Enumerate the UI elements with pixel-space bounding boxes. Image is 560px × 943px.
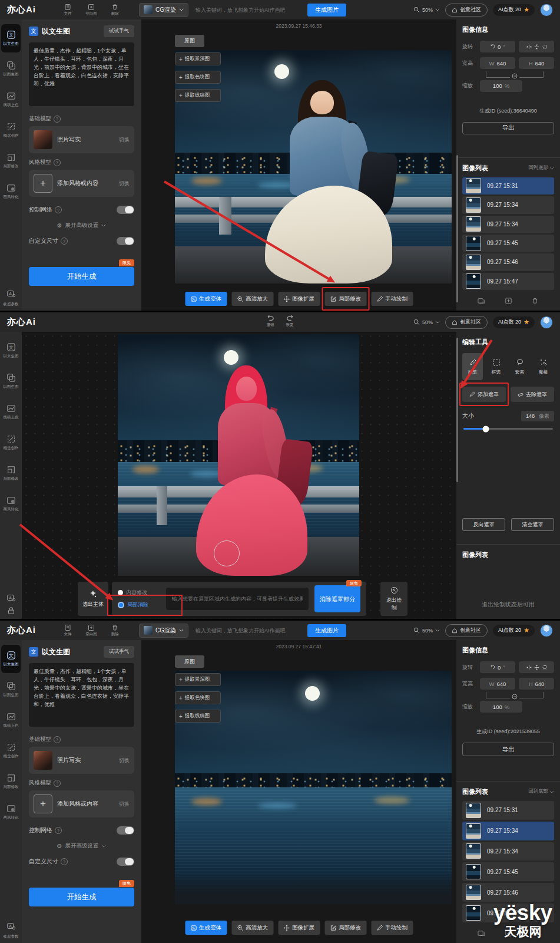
- switch-model-button[interactable]: 切换: [119, 136, 130, 144]
- delete-button[interactable]: 删除: [106, 624, 124, 637]
- list-item[interactable]: 09.27 15:34: [462, 216, 554, 233]
- list-item[interactable]: 09.27 15:45: [462, 862, 554, 881]
- export-button[interactable]: 导出: [462, 743, 554, 756]
- width-input[interactable]: W 640: [480, 678, 515, 690]
- zoom-control[interactable]: 50%: [413, 319, 440, 325]
- generate-variant-button[interactable]: 生成变体: [185, 292, 227, 306]
- sidebar-item-lineart-color[interactable]: 线稿上色: [1, 398, 21, 426]
- community-button[interactable]: 创意社区: [445, 4, 488, 17]
- mask-prompt-input[interactable]: [166, 588, 309, 610]
- scale-input[interactable]: 100 %: [480, 701, 522, 713]
- credits-badge[interactable]: AI点数 20 ★: [493, 625, 535, 637]
- switch-style-button[interactable]: 切换: [119, 800, 130, 808]
- flip-buttons[interactable]: [519, 661, 554, 673]
- sidebar-item-img2img[interactable]: 以图生图: [1, 55, 21, 83]
- blank-canvas-button[interactable]: 空白图: [82, 624, 100, 637]
- zoom-control[interactable]: 50%: [413, 627, 440, 634]
- community-button[interactable]: 创意社区: [445, 624, 488, 637]
- radio-local-erase[interactable]: 局部消除: [118, 601, 160, 609]
- compare-images-icon[interactable]: [478, 929, 485, 937]
- avatar[interactable]: [540, 4, 553, 17]
- list-item[interactable]: 09.27 15:31: [462, 801, 554, 820]
- scale-input[interactable]: 100 %: [480, 80, 522, 92]
- advanced-settings[interactable]: ⚙ 展开高级设置: [29, 222, 134, 229]
- add-mask-button[interactable]: 添加遮罩: [462, 387, 506, 402]
- start-generate-button[interactable]: 开始生成: [29, 888, 134, 906]
- custom-size-toggle[interactable]: [117, 237, 134, 245]
- generate-variant-button[interactable]: 生成变体: [185, 921, 227, 935]
- lasso-tool[interactable]: 套索: [509, 353, 530, 380]
- sidebar-item-inpaint[interactable]: 局部修改: [1, 459, 21, 487]
- extract-line-button[interactable]: +提取线稿图: [175, 710, 221, 723]
- sidebar-item-text2img[interactable]: 文 以文生图: [1, 24, 21, 52]
- help-icon[interactable]: ?: [54, 159, 61, 166]
- brush-size-slider[interactable]: [463, 428, 553, 430]
- advanced-settings[interactable]: ⚙ 展开高级设置: [29, 842, 134, 850]
- list-item[interactable]: 09.27 15:34: [462, 822, 554, 840]
- manual-draw-button[interactable]: 手动绘制: [371, 921, 413, 935]
- delete-button[interactable]: 删除: [106, 4, 124, 17]
- select-subject-button[interactable]: 选出主体: [78, 582, 108, 616]
- extract-line-button[interactable]: +提取线稿图: [175, 89, 221, 102]
- list-item[interactable]: 09.27 15:46: [462, 883, 554, 902]
- remove-mask-button[interactable]: 去除遮罩: [511, 387, 554, 402]
- exit-draw-button[interactable]: 退出绘制: [380, 582, 407, 616]
- height-input[interactable]: H 640: [519, 57, 554, 69]
- sidebar-item-lineart-color[interactable]: 线稿上色: [1, 706, 21, 734]
- sidebar-item-style-transfer[interactable]: 画风转化: [1, 490, 21, 518]
- list-item[interactable]: 09.27 15:46: [462, 253, 554, 271]
- keyword-input[interactable]: [194, 624, 301, 638]
- generate-image-button[interactable]: 生成图片: [307, 4, 346, 17]
- scrollbar[interactable]: [456, 155, 458, 302]
- image-expand-button[interactable]: 图像扩展: [278, 921, 320, 935]
- manual-draw-button[interactable]: 手动绘制: [371, 292, 413, 306]
- model-dropdown[interactable]: CG渲染: [139, 624, 188, 638]
- extract-depth-button[interactable]: +提取景深图: [175, 52, 221, 65]
- sidebar-item-inpaint[interactable]: 局部修改: [1, 767, 21, 796]
- export-button[interactable]: 导出: [462, 122, 554, 134]
- switch-style-button[interactable]: 切换: [119, 180, 130, 187]
- redo-button[interactable]: 恢复: [286, 314, 294, 328]
- sidebar-item-concept[interactable]: 概念创作: [1, 737, 21, 765]
- help-icon[interactable]: ?: [54, 736, 61, 743]
- sidebar-collapse[interactable]: A 收起参数: [4, 289, 19, 307]
- compare-images-icon[interactable]: [478, 297, 485, 305]
- extract-color-button[interactable]: +提取色块图: [175, 691, 221, 704]
- brush-cursor[interactable]: [214, 540, 240, 566]
- image-expand-button[interactable]: 图像扩展: [278, 292, 320, 306]
- inpaint-button[interactable]: 局部修改: [324, 921, 366, 935]
- file-button[interactable]: 文件: [59, 624, 77, 637]
- credits-badge[interactable]: AI点数 20 ★: [493, 316, 535, 328]
- sidebar-item-style-transfer[interactable]: 画风转化: [1, 798, 21, 826]
- style-model-card[interactable]: + 添加风格或内容 切换: [29, 170, 134, 197]
- help-icon[interactable]: ?: [55, 206, 62, 213]
- community-button[interactable]: 创意社区: [445, 316, 488, 329]
- magic-wand-tool[interactable]: 魔棒: [533, 353, 554, 380]
- base-model-card[interactable]: 照片写实 切换: [29, 126, 134, 153]
- sidebar-item-lineart-color[interactable]: 线稿上色: [1, 85, 21, 114]
- sidebar-collapse[interactable]: A 收起参数: [4, 921, 19, 939]
- prompt-textarea[interactable]: 最佳质量，杰作，超精细，1个女孩，单人，牛仔镜头，耳环，包包，深夜，月光，前景中…: [29, 663, 134, 727]
- rotate-input[interactable]: 0 °: [480, 661, 515, 673]
- keyword-input[interactable]: [194, 3, 301, 17]
- flip-buttons[interactable]: [519, 41, 554, 52]
- sidebar-item-style-transfer[interactable]: 画风转化: [1, 177, 21, 206]
- delete-image-icon[interactable]: [531, 297, 539, 305]
- width-input[interactable]: W 640: [480, 57, 515, 69]
- hd-upscale-button[interactable]: 高清放大: [231, 292, 273, 306]
- original-tab[interactable]: 原图: [175, 655, 204, 668]
- edit-canvas-area[interactable]: 选出主体 内容修改 局部消除: [22, 332, 456, 619]
- switch-model-button[interactable]: 切换: [119, 757, 130, 764]
- marquee-tool[interactable]: 框选: [486, 353, 506, 380]
- model-dropdown[interactable]: CG渲染: [139, 3, 188, 17]
- list-item[interactable]: 09.27 15:34: [462, 842, 554, 861]
- sidebar-item-text2img[interactable]: 文 以文生图: [1, 337, 21, 365]
- rotate-input[interactable]: 0 °: [480, 41, 515, 52]
- brush-tool[interactable]: 画笔: [462, 353, 483, 380]
- aspect-link[interactable]: [486, 71, 544, 78]
- back-to-bottom-button[interactable]: 回到底部: [528, 788, 554, 795]
- collapse-params-icon[interactable]: A: [6, 593, 16, 602]
- list-item[interactable]: 09.27 15:45: [462, 235, 554, 252]
- base-model-card[interactable]: 照片写实 切换: [29, 747, 134, 774]
- slider-knob[interactable]: [483, 426, 489, 432]
